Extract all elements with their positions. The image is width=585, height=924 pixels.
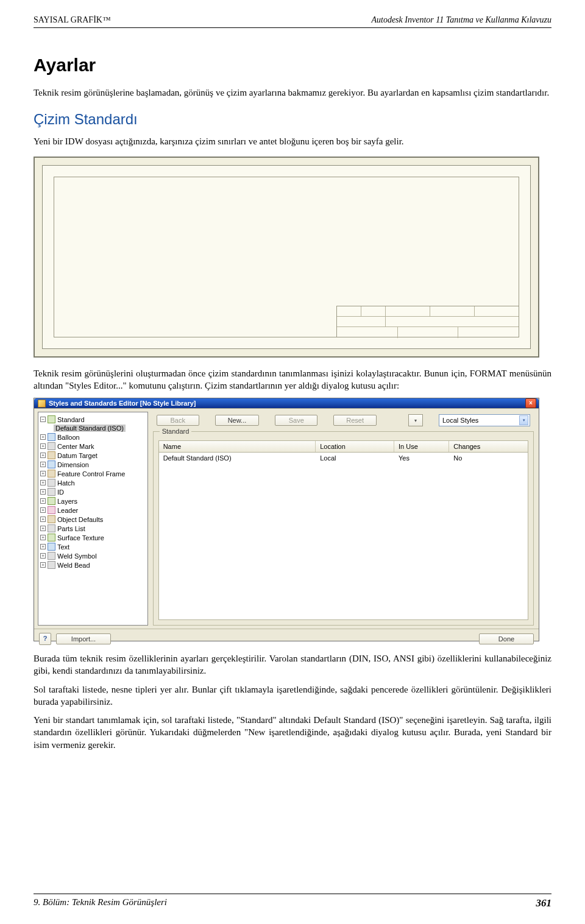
page-footer: 9. Bölüm: Teknik Resim Görünüşleri 361 bbox=[34, 894, 551, 909]
tree-node-parts-list[interactable]: Parts List bbox=[40, 524, 146, 533]
intro-paragraph: Teknik resim görünüşlerine başlamadan, g… bbox=[34, 86, 551, 99]
dialog-title-text: Styles and Standards Editor [No Style Li… bbox=[49, 400, 196, 407]
tree-node-weld-symbol[interactable]: Weld Symbol bbox=[40, 551, 146, 560]
dialog-titlebar[interactable]: Styles and Standards Editor [No Style Li… bbox=[34, 398, 539, 408]
dialog-app-icon bbox=[38, 400, 46, 407]
after-dialog-p2: Sol taraftaki listede, nesne tipleri yer… bbox=[34, 683, 551, 708]
expand-icon[interactable] bbox=[40, 526, 46, 531]
list-header: Name Location In Use Changes bbox=[158, 440, 528, 453]
tree-node-center-mark[interactable]: Center Mark bbox=[40, 442, 146, 451]
close-icon[interactable]: × bbox=[525, 398, 536, 408]
style-filter-value: Local Styles bbox=[442, 417, 478, 424]
done-button[interactable]: Done bbox=[479, 633, 534, 644]
expand-icon[interactable] bbox=[40, 453, 46, 458]
expand-icon[interactable] bbox=[40, 517, 46, 522]
text-icon bbox=[48, 543, 55, 551]
page-title: Ayarlar bbox=[34, 55, 551, 76]
help-button[interactable]: ? bbox=[39, 633, 51, 645]
chevron-down-icon: ▾ bbox=[519, 415, 528, 425]
cell-location: Local bbox=[316, 453, 394, 464]
weld-symbol-icon bbox=[48, 552, 55, 560]
center-mark-icon bbox=[48, 442, 55, 450]
tree-node-id[interactable]: ID bbox=[40, 487, 146, 496]
expand-icon[interactable] bbox=[40, 544, 46, 549]
expand-icon[interactable] bbox=[40, 443, 46, 449]
back-button[interactable]: Back bbox=[157, 415, 199, 426]
tree-node-weld-bead[interactable]: Weld Bead bbox=[40, 560, 146, 570]
footer-chapter: 9. Bölüm: Teknik Resim Görünüşleri bbox=[34, 897, 167, 909]
folder-icon bbox=[48, 415, 55, 423]
surface-texture-icon bbox=[48, 534, 55, 541]
cell-in-use: Yes bbox=[394, 453, 449, 464]
cell-changes: No bbox=[449, 453, 528, 464]
expand-icon[interactable] bbox=[40, 434, 46, 440]
object-defaults-icon bbox=[48, 515, 55, 523]
dialog-content-pane: Back New... Save Reset ▾ Local Styles ▾ … bbox=[152, 412, 535, 626]
tree-node-dimension[interactable]: Dimension bbox=[40, 460, 146, 469]
dialog-footer: ? Import... Done bbox=[34, 629, 539, 649]
tree-node-standard[interactable]: Standard bbox=[40, 415, 146, 424]
standard-group: Standard Name Location In Use Changes De… bbox=[153, 431, 534, 626]
id-icon bbox=[48, 488, 55, 496]
expand-icon[interactable] bbox=[40, 480, 46, 485]
tree-node-feature-control-frame[interactable]: Feature Control Frame bbox=[40, 469, 146, 478]
drawing-sheet-figure bbox=[34, 157, 539, 358]
list-row[interactable]: Default Standard (ISO) Local Yes No bbox=[159, 453, 528, 464]
section-heading-cizim-standardi: Çizim Standardı bbox=[34, 111, 551, 128]
col-name[interactable]: Name bbox=[159, 441, 316, 452]
header-right: Autodesk Inventor 11 Tanıtma ve Kullanma… bbox=[371, 15, 551, 25]
list-body[interactable]: Default Standard (ISO) Local Yes No bbox=[158, 453, 528, 620]
tree-node-datum-target[interactable]: Datum Target bbox=[40, 451, 146, 460]
after-dialog-p3: Yeni bir standart tanımlamak için, sol t… bbox=[34, 714, 551, 751]
hatch-icon bbox=[48, 479, 55, 487]
cell-name: Default Standard (ISO) bbox=[159, 453, 316, 464]
col-in-use[interactable]: In Use bbox=[394, 441, 449, 452]
tree-node-surface-texture[interactable]: Surface Texture bbox=[40, 533, 146, 542]
balloon-icon bbox=[48, 433, 55, 441]
after-dialog-p1: Burada tüm teknik resim özelliklerinin a… bbox=[34, 652, 551, 677]
new-button[interactable]: New... bbox=[215, 415, 260, 426]
dialog-toolbar: Back New... Save Reset ▾ Local Styles ▾ bbox=[152, 412, 535, 430]
expand-icon[interactable] bbox=[40, 535, 46, 540]
filter-drop-button[interactable]: ▾ bbox=[408, 414, 423, 426]
expand-icon[interactable] bbox=[40, 471, 46, 476]
style-tree[interactable]: Standard Default Standard (ISO) Balloon … bbox=[38, 412, 148, 626]
expand-icon[interactable] bbox=[40, 553, 46, 559]
styles-editor-dialog: Styles and Standards Editor [No Style Li… bbox=[34, 398, 539, 641]
tree-node-balloon[interactable]: Balloon bbox=[40, 432, 146, 442]
layers-icon bbox=[48, 497, 55, 505]
section1-paragraph2: Teknik resim görünüşlerini oluşturmadan … bbox=[34, 367, 551, 392]
expand-icon[interactable] bbox=[40, 462, 46, 467]
tree-node-layers[interactable]: Layers bbox=[40, 496, 146, 506]
dimension-icon bbox=[48, 460, 55, 468]
col-changes[interactable]: Changes bbox=[449, 441, 528, 452]
expand-icon[interactable] bbox=[40, 417, 46, 422]
parts-list-icon bbox=[48, 524, 55, 532]
page-header: SAYISAL GRAFİK™ Autodesk Inventor 11 Tan… bbox=[34, 15, 551, 28]
expand-icon[interactable] bbox=[40, 489, 46, 495]
drawing-title-block bbox=[336, 306, 519, 337]
footer-page-number: 361 bbox=[536, 897, 552, 909]
col-location[interactable]: Location bbox=[316, 441, 394, 452]
tree-node-object-defaults[interactable]: Object Defaults bbox=[40, 515, 146, 524]
fcf-icon bbox=[48, 470, 55, 478]
header-left: SAYISAL GRAFİK™ bbox=[34, 15, 111, 25]
expand-icon[interactable] bbox=[40, 507, 46, 513]
import-button[interactable]: Import... bbox=[56, 633, 111, 644]
leader-icon bbox=[48, 506, 55, 514]
expand-icon[interactable] bbox=[40, 498, 46, 504]
drawing-sheet-inner bbox=[42, 165, 531, 349]
weld-bead-icon bbox=[48, 561, 55, 569]
group-caption: Standard bbox=[160, 428, 192, 435]
datum-target-icon bbox=[48, 451, 55, 459]
tree-node-text[interactable]: Text bbox=[40, 542, 146, 551]
tree-node-leader[interactable]: Leader bbox=[40, 506, 146, 515]
expand-icon[interactable] bbox=[40, 562, 46, 568]
tree-node-default-standard[interactable]: Default Standard (ISO) bbox=[54, 424, 146, 432]
section1-paragraph1: Yeni bir IDW dosyası açtığınızda, karşın… bbox=[34, 135, 551, 147]
reset-button[interactable]: Reset bbox=[333, 415, 377, 426]
style-filter-select[interactable]: Local Styles ▾ bbox=[439, 414, 530, 426]
tree-node-hatch[interactable]: Hatch bbox=[40, 478, 146, 487]
save-button[interactable]: Save bbox=[275, 415, 317, 426]
